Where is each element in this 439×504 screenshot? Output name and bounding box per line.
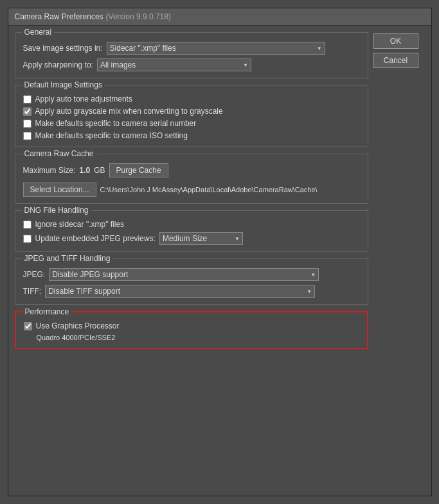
iso-setting-checkbox[interactable] [23,132,31,140]
tiff-label: TIFF: [23,287,42,296]
update-jpeg-checkbox[interactable] [23,235,31,243]
jpeg-preview-select[interactable]: Medium Size Full Size Disable [159,232,243,245]
dialog-title: Camera Raw Preferences [15,12,103,21]
jpeg-tiff-section-title: JPEG and TIFF Handling [22,254,113,263]
cache-path: C:\Users\John J McAssey\AppData\Local\Ad… [100,186,318,194]
save-settings-label: Save image settings in: [23,44,103,53]
tiff-select[interactable]: Disable TIFF support Automatically open … [45,285,315,298]
jpeg-select[interactable]: Disable JPEG support Automatically open … [49,268,319,281]
general-section-title: General [22,28,55,37]
performance-section: Performance Use Graphics Processor Quadr… [15,311,368,349]
use-gpu-checkbox[interactable] [24,322,32,330]
update-jpeg-row: Update embedded JPEG previews: Medium Si… [23,232,360,245]
auto-grayscale-label: Apply auto grayscale mix when converting… [35,107,223,116]
max-size-value: 1.0 [80,166,91,175]
serial-number-row: Make defaults specific to camera serial … [23,119,360,128]
use-gpu-label: Use Graphics Processor [36,321,120,330]
auto-grayscale-row: Apply auto grayscale mix when converting… [23,107,360,116]
select-location-button[interactable]: Select Location... [23,183,96,197]
ignore-sidecar-row: Ignore sidecar ".xmp" files [23,220,360,229]
max-size-label: Maximum Size: [23,166,76,175]
auto-tone-label: Apply auto tone adjustments [35,94,132,104]
purge-cache-button[interactable]: Purge Cache [109,163,168,177]
use-gpu-row: Use Graphics Processor [24,321,359,330]
cancel-button[interactable]: Cancel [373,53,418,68]
ok-button[interactable]: OK [373,33,418,49]
dialog-version: (Version 9.9.0.718) [106,12,171,21]
camera-raw-cache-section: Camera Raw Cache Maximum Size: 1.0 GB Pu… [15,154,368,204]
cache-section-title: Camera Raw Cache [22,149,96,158]
sharpen-label: Apply sharpening to: [23,60,93,69]
auto-tone-checkbox[interactable] [23,95,31,104]
iso-setting-row: Make defaults specific to camera ISO set… [23,131,360,140]
update-jpeg-label: Update embedded JPEG previews: [35,234,156,243]
camera-raw-preferences-dialog: Camera Raw Preferences (Version 9.9.0.71… [8,8,432,496]
jpeg-tiff-section: JPEG and TIFF Handling JPEG: Disable JPE… [15,258,368,305]
performance-section-title: Performance [22,307,72,316]
auto-grayscale-checkbox[interactable] [23,107,31,116]
gpu-info: Quadro 4000/PCIe/SSE2 [24,334,359,341]
serial-number-label: Make defaults specific to camera serial … [35,119,197,128]
save-settings-select[interactable]: Sidecar ".xmp" files Camera Raw database [107,42,325,55]
general-section: General Save image settings in: Sidecar … [15,32,368,78]
right-panel: OK Cancel [373,32,425,489]
sharpen-select[interactable]: All images Preview images only [97,59,251,71]
ignore-sidecar-label: Ignore sidecar ".xmp" files [35,220,125,229]
jpeg-label: JPEG: [23,270,46,279]
ignore-sidecar-checkbox[interactable] [23,221,31,229]
dng-file-handling-section: DNG File Handling Ignore sidecar ".xmp" … [15,210,368,252]
iso-setting-label: Make defaults specific to camera ISO set… [35,131,188,140]
default-image-section-title: Default Image Settings [22,80,105,89]
title-bar: Camera Raw Preferences (Version 9.9.0.71… [8,8,431,26]
serial-number-checkbox[interactable] [23,120,31,128]
max-size-unit: GB [94,166,105,175]
default-image-section: Default Image Settings Apply auto tone a… [15,85,368,147]
dng-section-title: DNG File Handling [22,206,91,215]
left-panel: General Save image settings in: Sidecar … [15,32,368,489]
auto-tone-row: Apply auto tone adjustments [23,94,360,104]
